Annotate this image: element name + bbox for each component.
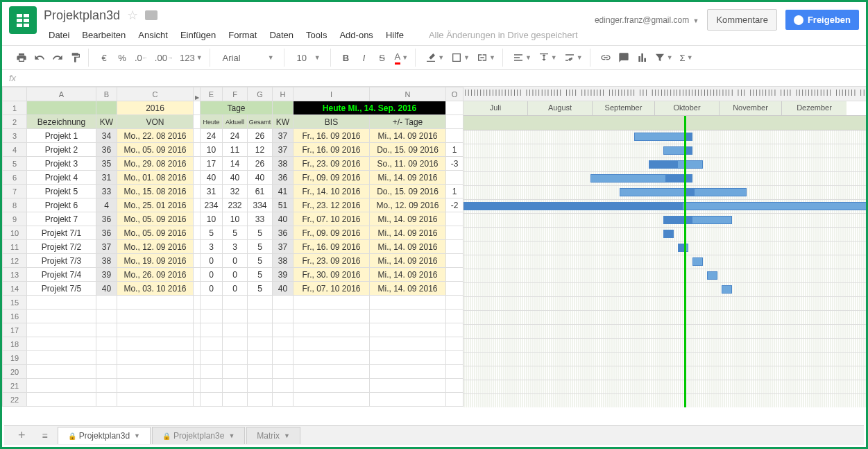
link-button[interactable] — [597, 49, 614, 66]
row-header[interactable]: 5 — [3, 157, 27, 171]
project-name[interactable]: Projekt 5 — [27, 185, 96, 198]
diff-cell[interactable] — [446, 268, 463, 282]
comments-button[interactable]: Kommentare — [707, 9, 776, 31]
kw2-cell[interactable]: 37 — [273, 143, 293, 157]
table-row[interactable]: 19 — [3, 351, 463, 365]
gantt-bar[interactable] — [722, 285, 732, 294]
aktuell-cell[interactable]: 32 — [223, 185, 248, 198]
table-row[interactable]: 9 Projekt 7 36 Mo., 05. 09 2016 10 10 33… — [3, 212, 463, 226]
pm-cell[interactable]: Mi., 14. 09 2016 — [370, 171, 446, 185]
all-sheets-button[interactable]: ≡ — [35, 430, 55, 441]
menu-help[interactable]: Hilfe — [381, 27, 409, 43]
paint-format-icon[interactable] — [67, 49, 84, 66]
bis-cell[interactable]: Fr., 16. 09 2016 — [293, 240, 370, 254]
col-header[interactable]: A — [27, 87, 96, 101]
diff-cell[interactable] — [446, 240, 463, 254]
gesamt-cell[interactable]: 40 — [248, 171, 273, 185]
pm-cell[interactable]: Mi., 14. 09 2016 — [370, 212, 446, 226]
gantt-bar-progress[interactable] — [463, 202, 683, 210]
pm-cell[interactable]: Do., 15. 09 2016 — [370, 143, 446, 157]
table-row[interactable]: 21 — [3, 379, 463, 393]
menu-data[interactable]: Daten — [264, 27, 298, 43]
kw-cell[interactable]: 34 — [96, 129, 117, 143]
row-header[interactable]: 10 — [3, 226, 27, 240]
table-row[interactable]: 17 — [3, 323, 463, 337]
table-row[interactable]: 16 — [3, 310, 463, 323]
kw2-cell[interactable]: 38 — [273, 254, 293, 268]
kw2-cell[interactable]: 41 — [273, 185, 293, 198]
row-header[interactable]: 6 — [3, 171, 27, 185]
col-header[interactable]: I — [293, 87, 370, 101]
row-header[interactable]: 20 — [3, 365, 27, 379]
valign-button[interactable]: ▼ — [536, 49, 560, 66]
kw2-cell[interactable]: 40 — [273, 282, 293, 296]
merge-button[interactable]: ▼ — [474, 49, 498, 66]
pm-cell[interactable]: Do., 15. 09 2016 — [370, 185, 446, 198]
table-row[interactable]: 3 Projekt 1 34 Mo., 22. 08 2016 24 24 26… — [3, 129, 463, 143]
user-email[interactable]: edinger.franz@gmail.com ▼ — [595, 15, 699, 25]
menu-insert[interactable]: Einfügen — [176, 27, 221, 43]
heute-cell[interactable]: 31 — [201, 185, 223, 198]
project-name[interactable]: Projekt 7/1 — [27, 226, 96, 240]
gantt-bar[interactable] — [620, 188, 747, 196]
pm-cell[interactable]: Mo., 12. 09 2016 — [370, 198, 446, 212]
filter-icon[interactable]: ▼ — [652, 49, 676, 66]
bold-button[interactable]: B — [338, 49, 355, 66]
undo-icon[interactable] — [31, 49, 48, 66]
row-header[interactable]: 11 — [3, 240, 27, 254]
bis-cell[interactable]: Fr., 30. 09 2016 — [293, 268, 370, 282]
project-name[interactable]: Projekt 7/3 — [27, 254, 96, 268]
inc-decimal-button[interactable]: .00→ — [152, 49, 176, 66]
number-format-button[interactable]: 123▼ — [177, 49, 205, 66]
kw-cell[interactable]: 39 — [96, 268, 117, 282]
diff-cell[interactable] — [446, 171, 463, 185]
table-row[interactable]: 20 — [3, 365, 463, 379]
table-row[interactable]: 6 Projekt 4 31 Mo., 01. 08 2016 40 40 40… — [3, 171, 463, 185]
von-cell[interactable]: Mo., 29. 08 2016 — [117, 157, 194, 171]
gesamt-cell[interactable]: 26 — [248, 129, 273, 143]
table-row[interactable]: 7 Projekt 5 33 Mo., 15. 08 2016 31 32 61… — [3, 185, 463, 198]
pm-cell[interactable]: Mi., 14. 09 2016 — [370, 129, 446, 143]
folder-icon[interactable] — [145, 10, 158, 20]
col-header[interactable]: B — [96, 87, 117, 101]
kw-cell[interactable]: 4 — [96, 198, 117, 212]
bis-cell[interactable]: Fr., 07. 10 2016 — [293, 212, 370, 226]
kw2-cell[interactable]: 39 — [273, 268, 293, 282]
table-row[interactable]: 12 Projekt 7/3 38 Mo., 19. 09 2016 0 0 5… — [3, 254, 463, 268]
gesamt-cell[interactable]: 5 — [248, 254, 273, 268]
bis-cell[interactable]: Fr., 23. 09 2016 — [293, 157, 370, 171]
aktuell-cell[interactable]: 5 — [223, 226, 248, 240]
table-row[interactable]: 4 Projekt 2 36 Mo., 05. 09 2016 10 11 12… — [3, 143, 463, 157]
aktuell-cell[interactable]: 0 — [223, 268, 248, 282]
font-size-selector[interactable]: 10▼ — [291, 49, 326, 66]
gantt-bar[interactable] — [692, 257, 703, 266]
project-name[interactable]: Projekt 7 — [27, 212, 96, 226]
gesamt-cell[interactable]: 26 — [248, 157, 273, 171]
kw-cell[interactable]: 38 — [96, 254, 117, 268]
bis-cell[interactable]: Fr., 16. 09 2016 — [293, 129, 370, 143]
menu-format[interactable]: Format — [223, 27, 262, 43]
pm-cell[interactable]: Mi., 14. 09 2016 — [370, 240, 446, 254]
project-name[interactable]: Projekt 7/5 — [27, 282, 96, 296]
diff-cell[interactable]: 1 — [446, 143, 463, 157]
aktuell-cell[interactable]: 14 — [223, 157, 248, 171]
kw2-cell[interactable]: 37 — [273, 240, 293, 254]
menu-view[interactable]: Ansicht — [133, 27, 173, 43]
von-cell[interactable]: Mo., 19. 09 2016 — [117, 254, 194, 268]
kw2-cell[interactable]: 51 — [273, 198, 293, 212]
row-header[interactable]: 14 — [3, 282, 27, 296]
gantt-bar-progress[interactable] — [649, 160, 678, 169]
row-header[interactable]: 21 — [3, 379, 27, 393]
table-row[interactable]: 22 — [3, 393, 463, 407]
kw2-cell[interactable]: 36 — [273, 226, 293, 240]
row-header[interactable]: 22 — [3, 393, 27, 407]
project-name[interactable]: Projekt 7/2 — [27, 240, 96, 254]
corner-cell[interactable] — [3, 87, 27, 101]
sheets-logo[interactable] — [9, 6, 37, 34]
row-header[interactable]: 18 — [3, 337, 27, 351]
heute-cell[interactable]: 0 — [201, 282, 223, 296]
col-header[interactable]: N — [370, 87, 446, 101]
heute-cell[interactable]: 10 — [201, 212, 223, 226]
functions-icon[interactable]: Σ▼ — [677, 49, 696, 66]
menu-tools[interactable]: Tools — [301, 27, 332, 43]
